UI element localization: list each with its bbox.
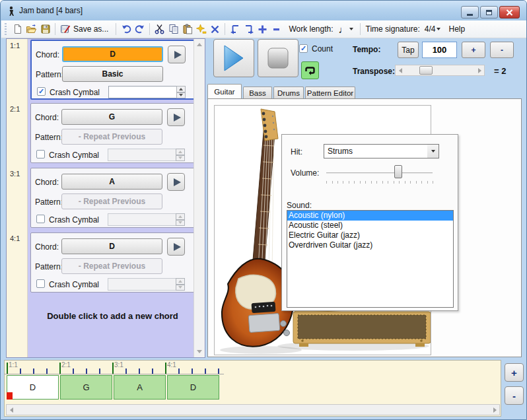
delete-button[interactable] bbox=[208, 22, 222, 36]
crash-volume-spinner[interactable] bbox=[108, 213, 185, 226]
tempo-increase-button[interactable]: + bbox=[462, 42, 485, 58]
down-arrow-icon bbox=[197, 350, 202, 353]
sound-listbox[interactable]: Acoustic (nylon) Acoustic (steel) Electr… bbox=[287, 210, 454, 308]
cut-button[interactable] bbox=[153, 22, 166, 36]
spinner-down-button[interactable] bbox=[176, 92, 186, 99]
crash-volume-spinner[interactable] bbox=[108, 278, 185, 291]
scroll-right-button[interactable] bbox=[490, 405, 499, 415]
spinner-down-button[interactable] bbox=[176, 155, 185, 162]
timeline-chord-block[interactable]: D bbox=[167, 375, 219, 400]
spinner-up-button[interactable] bbox=[176, 213, 185, 220]
loop-button[interactable] bbox=[301, 61, 319, 79]
bars-panel[interactable]: 1:1 2:1 3:1 4:1 Chord: D Pattern: Basic … bbox=[6, 38, 205, 358]
sound-option[interactable]: Electric Guitar (jazz) bbox=[287, 230, 453, 240]
bars-scrollbar[interactable] bbox=[193, 39, 205, 357]
volume-slider-track[interactable] bbox=[326, 172, 433, 174]
play-bar-button[interactable] bbox=[167, 238, 185, 256]
sound-option[interactable]: Acoustic (nylon) bbox=[287, 211, 453, 221]
bar-position: 4:1 bbox=[10, 234, 20, 242]
tab-guitar[interactable]: Guitar bbox=[207, 84, 242, 98]
spinner-up-button[interactable] bbox=[176, 278, 185, 285]
save-as-button[interactable]: Save as... bbox=[58, 22, 113, 36]
timeline-chord-block[interactable]: G bbox=[60, 375, 112, 400]
undo-button[interactable] bbox=[119, 22, 133, 36]
new-file-button[interactable] bbox=[11, 22, 24, 36]
chord-button[interactable]: D bbox=[61, 238, 162, 254]
title-bar[interactable]: Jam band [4 bars] bbox=[1, 1, 526, 20]
scroll-down-button[interactable] bbox=[194, 346, 205, 357]
chord-button[interactable]: D bbox=[62, 46, 163, 62]
tab-pattern-editor[interactable]: Pattern Editor bbox=[305, 87, 355, 98]
crash-cymbal-checkbox[interactable] bbox=[36, 150, 45, 158]
bar-block-3[interactable]: Chord: A Pattern: - Repeat Previous Cras… bbox=[30, 168, 195, 228]
count-checkbox[interactable]: ✓ bbox=[299, 44, 308, 53]
spinner-down-button[interactable] bbox=[176, 220, 185, 227]
scroll-up-button[interactable] bbox=[194, 39, 205, 50]
crash-cymbal-checkbox[interactable] bbox=[36, 279, 45, 288]
volume-slider-thumb[interactable] bbox=[394, 165, 402, 178]
chord-button[interactable]: A bbox=[61, 174, 162, 190]
add-bar-button[interactable] bbox=[256, 22, 269, 36]
time-signature-dropdown[interactable]: 4/4 bbox=[423, 22, 445, 36]
play-bar-button[interactable] bbox=[167, 108, 185, 126]
play-bar-button[interactable] bbox=[167, 173, 185, 191]
pattern-button[interactable]: - Repeat Previous bbox=[61, 193, 162, 209]
open-file-button[interactable] bbox=[24, 22, 38, 36]
play-button[interactable] bbox=[213, 39, 254, 77]
spinner-up-button[interactable] bbox=[176, 86, 186, 92]
insert-before-button[interactable] bbox=[228, 22, 242, 36]
play-icon bbox=[221, 44, 246, 73]
timeline-zoom-in-button[interactable]: + bbox=[505, 363, 524, 382]
remove-bar-button[interactable] bbox=[269, 22, 283, 36]
minimize-button[interactable] bbox=[461, 6, 479, 18]
pattern-button[interactable]: - Repeat Previous bbox=[61, 129, 162, 145]
bar-block-1[interactable]: Chord: D Pattern: Basic ✓ Crash Cymbal bbox=[30, 40, 195, 100]
chord-button[interactable]: G bbox=[61, 109, 162, 125]
work-length-dropdown[interactable]: ♩ bbox=[336, 22, 357, 36]
tempo-decrease-button[interactable]: - bbox=[490, 42, 514, 58]
spinner-field[interactable] bbox=[108, 86, 176, 98]
pattern-button[interactable]: Basic bbox=[62, 66, 163, 82]
crash-cymbal-checkbox[interactable]: ✓ bbox=[37, 87, 46, 96]
transpose-right-button[interactable] bbox=[475, 65, 484, 75]
ruler-marker: 4:1 bbox=[167, 361, 176, 368]
toolbar-grip[interactable] bbox=[5, 23, 7, 35]
timeline-scrollbar[interactable] bbox=[6, 404, 500, 415]
new-chord-button[interactable] bbox=[194, 22, 208, 36]
paste-button[interactable] bbox=[180, 22, 194, 36]
help-menu[interactable]: Help bbox=[448, 24, 465, 34]
play-icon bbox=[174, 178, 181, 186]
stop-button[interactable] bbox=[258, 39, 299, 77]
pattern-button[interactable]: - Repeat Previous bbox=[61, 258, 162, 274]
sound-option[interactable]: Overdriven Guitar (jazz) bbox=[287, 240, 453, 250]
scroll-left-button[interactable] bbox=[7, 405, 16, 415]
timeline-chord-block[interactable]: A bbox=[114, 375, 166, 400]
transpose-thumb[interactable] bbox=[419, 66, 433, 75]
bar-block-4[interactable]: Chord: D Pattern: - Repeat Previous Cras… bbox=[30, 232, 195, 293]
maximize-button[interactable] bbox=[480, 6, 498, 18]
hit-combobox[interactable]: Strums bbox=[324, 144, 439, 158]
timeline-chord-block[interactable]: D bbox=[7, 375, 59, 400]
crash-cymbal-checkbox[interactable] bbox=[36, 215, 45, 223]
crash-volume-spinner[interactable] bbox=[108, 149, 185, 161]
sound-option[interactable]: Acoustic (steel) bbox=[287, 221, 453, 230]
tap-tempo-button[interactable]: Tap bbox=[398, 42, 419, 58]
transpose-left-button[interactable] bbox=[396, 65, 405, 75]
save-button[interactable] bbox=[38, 22, 52, 36]
copy-button[interactable] bbox=[166, 22, 180, 36]
timeline-zoom-out-button[interactable]: - bbox=[505, 386, 524, 405]
redo-button[interactable] bbox=[133, 22, 147, 36]
timeline-panel[interactable]: 1:1 2:1 3:1 4:1 D G A D bbox=[4, 360, 501, 417]
spinner-down-button[interactable] bbox=[176, 285, 185, 291]
bar-block-2[interactable]: Chord: G Pattern: - Repeat Previous Cras… bbox=[30, 103, 195, 163]
close-button[interactable] bbox=[499, 6, 520, 18]
spinner-up-button[interactable] bbox=[176, 149, 185, 155]
play-bar-button[interactable] bbox=[168, 46, 186, 63]
tempo-input[interactable] bbox=[422, 42, 457, 58]
tab-bass[interactable]: Bass bbox=[243, 87, 272, 98]
crash-volume-spinner[interactable] bbox=[108, 86, 186, 98]
transpose-scrollbar[interactable] bbox=[395, 65, 485, 76]
tab-drums[interactable]: Drums bbox=[273, 87, 304, 98]
add-chord-hint[interactable]: Double click to add a new chord bbox=[30, 311, 195, 321]
insert-after-button[interactable] bbox=[242, 22, 256, 36]
